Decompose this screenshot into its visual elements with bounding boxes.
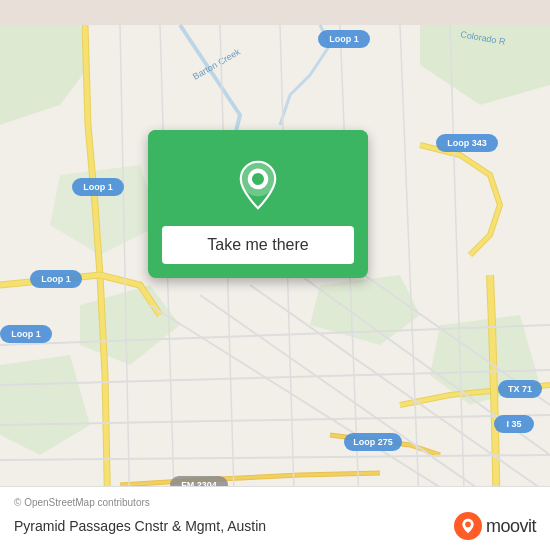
svg-text:Loop 343: Loop 343	[447, 138, 487, 148]
info-bar: © OpenStreetMap contributors Pyramid Pas…	[0, 486, 550, 550]
map-attribution: © OpenStreetMap contributors	[14, 497, 536, 508]
map-pin-icon	[233, 160, 283, 210]
svg-text:TX 71: TX 71	[508, 384, 532, 394]
svg-text:Loop 1: Loop 1	[41, 274, 71, 284]
moovit-icon	[454, 512, 482, 540]
take-me-there-button[interactable]: Take me there	[162, 226, 354, 264]
location-card: Take me there	[148, 130, 368, 278]
svg-text:Loop 275: Loop 275	[353, 437, 393, 447]
map-container: Barton Creek	[0, 0, 550, 550]
moovit-pin-icon	[460, 518, 476, 534]
moovit-brand-text: moovit	[486, 516, 536, 537]
location-name: Pyramid Passages Cnstr & Mgmt, Austin	[14, 518, 266, 534]
svg-text:Loop 1: Loop 1	[11, 329, 41, 339]
svg-point-39	[252, 173, 264, 185]
svg-text:I 35: I 35	[506, 419, 521, 429]
location-row: Pyramid Passages Cnstr & Mgmt, Austin mo…	[14, 512, 536, 540]
svg-point-41	[465, 522, 471, 528]
svg-text:Loop 1: Loop 1	[329, 34, 359, 44]
card-icon-area	[148, 130, 368, 226]
moovit-logo: moovit	[454, 512, 536, 540]
svg-text:Loop 1: Loop 1	[83, 182, 113, 192]
